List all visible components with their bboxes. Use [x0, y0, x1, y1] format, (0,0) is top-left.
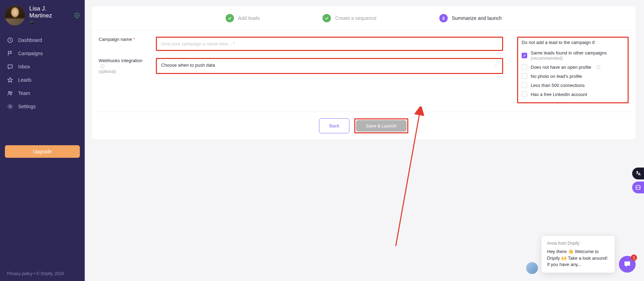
translate-widget[interactable]: [632, 168, 644, 179]
save-launch-button[interactable]: Save & Launch: [356, 120, 406, 132]
campaign-name-label: Campaign name *: [99, 37, 145, 42]
side-widgets: [632, 168, 644, 193]
step-create-sequence[interactable]: Create a sequence: [323, 14, 376, 22]
webhooks-field-highlight: Choose when to push data: [156, 58, 503, 74]
checkbox[interactable]: [522, 91, 527, 97]
step-label: Summarize and launch: [452, 15, 502, 21]
checkbox[interactable]: [522, 64, 527, 70]
nav-settings[interactable]: Settings: [0, 100, 85, 113]
sidebar-footer: Privacy policy • © Dripify, 2024: [0, 266, 85, 281]
nav-label: Leads: [18, 77, 31, 83]
chat-icon: [623, 260, 631, 268]
chat-popup: Anna from Dripify Hey there 👋 Welcome to…: [541, 236, 636, 273]
checkbox[interactable]: [522, 73, 527, 79]
check-icon: [226, 14, 234, 22]
campaign-name-field-highlight: [156, 37, 503, 51]
select-value: Choose when to push data: [161, 62, 215, 68]
filter-no-photo[interactable]: No photo on lead's profile: [522, 72, 624, 81]
webhooks-optional: (optional): [99, 69, 145, 74]
chat-message: Hey there 👋 Welcome to Dripify 🙌 Take a …: [547, 249, 609, 268]
chat-bubble[interactable]: Anna from Dripify Hey there 👋 Welcome to…: [541, 236, 615, 273]
chat-badge: 1: [631, 254, 637, 261]
privacy-link[interactable]: Privacy policy: [7, 271, 32, 276]
nav-dashboard[interactable]: Dashboard: [0, 34, 85, 47]
svg-point-8: [639, 187, 640, 188]
webhooks-select[interactable]: Choose when to push data: [157, 59, 502, 71]
chat-from: Anna from Dripify: [547, 241, 609, 246]
profile-sub: 📱: [29, 21, 70, 25]
checkbox-checked[interactable]: [522, 53, 527, 58]
save-button-highlight: Save & Launch: [354, 118, 408, 133]
checkbox[interactable]: [522, 82, 527, 88]
step-summarize[interactable]: 3 Summarize and launch: [439, 14, 502, 22]
lead-filters-highlight: Do not add a lead to the campaign if: Sa…: [517, 37, 629, 103]
shield-icon: [74, 12, 80, 19]
filter-connections[interactable]: Less than 500 connections: [522, 81, 624, 90]
assistant-widget[interactable]: [632, 182, 644, 193]
step-label: Add leads: [238, 15, 260, 21]
svg-point-3: [9, 106, 11, 108]
info-icon[interactable]: [100, 64, 105, 68]
flag-icon: [7, 50, 13, 57]
svg-point-1: [9, 91, 10, 93]
filter-open-profile[interactable]: Does not have an open profile: [522, 62, 624, 72]
step-number: 3: [439, 14, 448, 22]
profile-name: Lisa J. Martinez: [29, 5, 70, 19]
nav-label: Dashboard: [18, 37, 42, 43]
campaign-name-input[interactable]: [157, 38, 502, 50]
message-icon: [7, 64, 13, 70]
nav-label: Campaigns: [18, 51, 43, 56]
nav-team[interactable]: Team: [0, 87, 85, 100]
upgrade-button[interactable]: Upgrade: [5, 145, 80, 158]
nav-leads[interactable]: Leads: [0, 73, 85, 87]
nav-label: Settings: [18, 104, 36, 109]
step-label: Create a sequence: [335, 15, 376, 21]
users-icon: [7, 90, 13, 96]
clock-icon: [7, 37, 13, 43]
back-button[interactable]: Back: [319, 118, 349, 133]
info-icon[interactable]: [596, 65, 600, 69]
wizard-stepper: Add leads Create a sequence 3 Summarize …: [92, 6, 636, 30]
chat-avatar: [526, 262, 538, 274]
avatar: [5, 5, 25, 25]
webhooks-label: Webhooks integration: [99, 58, 145, 68]
check-icon: [323, 14, 331, 22]
gear-icon: [7, 103, 13, 110]
nav-label: Inbox: [18, 64, 30, 69]
step-add-leads[interactable]: Add leads: [226, 14, 260, 22]
chat-button[interactable]: 1: [619, 256, 636, 273]
main-nav: Dashboard Campaigns Inbox Leads Team Set…: [0, 31, 85, 140]
svg-point-2: [11, 92, 12, 93]
filter-same-leads[interactable]: Same leads found in other campaigns (rec…: [522, 49, 624, 62]
nav-label: Team: [18, 90, 30, 96]
svg-point-7: [637, 187, 638, 188]
copyright: © Dripify, 2024: [36, 271, 64, 276]
nav-campaigns[interactable]: Campaigns: [0, 47, 85, 60]
campaign-card: Add leads Create a sequence 3 Summarize …: [92, 6, 636, 140]
filter-free-account[interactable]: Has a free LinkedIn account: [522, 90, 624, 99]
star-icon: [7, 77, 13, 83]
profile-section[interactable]: Lisa J. Martinez 📱: [0, 0, 85, 31]
sidebar: Lisa J. Martinez 📱 Dashboard Campaigns I…: [0, 0, 85, 281]
nav-inbox[interactable]: Inbox: [0, 60, 85, 73]
filters-title: Do not add a lead to the campaign if:: [522, 40, 624, 45]
chevron-down-icon: [494, 63, 498, 67]
